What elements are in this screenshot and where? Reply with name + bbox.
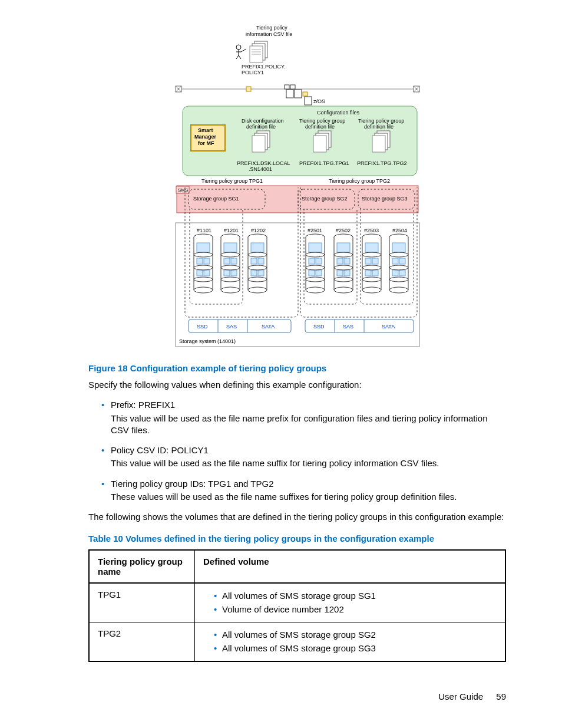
svg-point-43 bbox=[194, 287, 213, 293]
svg-point-95 bbox=[334, 287, 353, 293]
d-label: Smart bbox=[198, 127, 213, 133]
d-label: #2504 bbox=[392, 228, 407, 233]
svg-rect-60 bbox=[224, 270, 230, 276]
svg-point-108 bbox=[362, 287, 381, 293]
cell-list-item: All volumes of SMS storage group SG3 bbox=[214, 642, 497, 655]
svg-rect-18 bbox=[295, 90, 302, 98]
footer-guide: User Guide bbox=[438, 691, 483, 701]
svg-rect-87 bbox=[316, 270, 322, 276]
svg-point-69 bbox=[248, 287, 267, 293]
svg-rect-74 bbox=[258, 270, 264, 276]
svg-rect-57 bbox=[224, 243, 237, 252]
svg-rect-44 bbox=[197, 243, 210, 252]
svg-rect-19 bbox=[303, 92, 308, 96]
list-item-sub: These values will be used as the file na… bbox=[111, 491, 506, 503]
d-label: .SN14001 bbox=[249, 166, 272, 172]
d-label: Storage group SG3 bbox=[362, 196, 408, 202]
svg-rect-61 bbox=[231, 270, 237, 276]
svg-rect-29 bbox=[313, 136, 326, 152]
d-label: information CSV file bbox=[246, 31, 293, 37]
d-label: Storage group SG1 bbox=[193, 196, 239, 202]
d-label: POLICY1 bbox=[242, 70, 264, 75]
cell-volumes: All volumes of SMS storage group SG2 All… bbox=[195, 622, 506, 662]
d-label: #2501 bbox=[308, 228, 322, 233]
table-row: TPG1 All volumes of SMS storage group SG… bbox=[89, 583, 505, 622]
svg-rect-59 bbox=[231, 258, 237, 264]
svg-rect-126 bbox=[399, 270, 405, 276]
svg-rect-112 bbox=[365, 270, 371, 276]
cell-name: TPG1 bbox=[89, 583, 195, 622]
table-caption: Table 10 Volumes defined in the tiering … bbox=[88, 533, 506, 543]
list-item: Tiering policy group IDs: TPG1 and TPG2 … bbox=[101, 478, 506, 503]
svg-point-82 bbox=[306, 287, 325, 293]
svg-rect-20 bbox=[305, 97, 312, 105]
d-label: PREFIX1.TPG.TPG1 bbox=[299, 160, 349, 166]
svg-rect-70 bbox=[251, 243, 264, 252]
svg-rect-100 bbox=[344, 270, 350, 276]
page-footer: User Guide 59 bbox=[88, 691, 506, 701]
svg-rect-98 bbox=[344, 258, 350, 264]
svg-rect-17 bbox=[286, 90, 293, 98]
d-label: SATA bbox=[382, 324, 395, 330]
list-item-head: Policy CSV ID: POLICY1 bbox=[111, 445, 209, 455]
table-row: TPG2 All volumes of SMS storage group SG… bbox=[89, 622, 505, 662]
d-label: for MF bbox=[198, 140, 214, 146]
list-item: Policy CSV ID: POLICY1 This value will b… bbox=[101, 444, 506, 470]
svg-rect-96 bbox=[337, 243, 350, 252]
figure-diagram: Tiering policy information CSV file PREF… bbox=[88, 24, 506, 353]
d-label: Tiering policy group TPG1 bbox=[201, 178, 263, 184]
config-values-list: Prefix: PREFIX1 This value will be used … bbox=[88, 399, 506, 503]
d-label: Tiering policy group bbox=[299, 118, 345, 124]
person-icon bbox=[236, 45, 246, 59]
list-item-sub: This value will be used as the file name… bbox=[111, 413, 506, 437]
cell-name: TPG2 bbox=[89, 622, 195, 662]
d-label: Storage group SG2 bbox=[302, 196, 348, 202]
list-item-head: Tiering policy group IDs: TPG1 and TPG2 bbox=[111, 479, 274, 489]
svg-rect-122 bbox=[392, 243, 405, 252]
d-label: Configuration files bbox=[317, 110, 360, 116]
svg-point-121 bbox=[389, 287, 408, 293]
svg-rect-109 bbox=[365, 243, 378, 252]
svg-rect-73 bbox=[251, 270, 257, 276]
d-label: #1201 bbox=[224, 228, 239, 233]
d-label: Storage system (14001) bbox=[179, 338, 236, 344]
between-paragraph: The following shows the volumes that are… bbox=[88, 511, 506, 523]
svg-rect-84 bbox=[309, 258, 315, 264]
d-label: SSD bbox=[197, 324, 208, 330]
table-header: Defined volume bbox=[195, 550, 506, 583]
svg-rect-14 bbox=[246, 87, 251, 91]
svg-rect-46 bbox=[204, 258, 210, 264]
d-label: SSD bbox=[313, 324, 325, 330]
d-label: Manager bbox=[194, 134, 217, 140]
figure-caption: Figure 18 Configuration example of tieri… bbox=[88, 363, 506, 373]
d-label: PREFIX1.TPG.TPG2 bbox=[357, 160, 407, 166]
d-label: SATA bbox=[262, 324, 275, 330]
d-label: #2502 bbox=[336, 228, 351, 233]
list-item: Prefix: PREFIX1 This value will be used … bbox=[101, 399, 506, 436]
svg-rect-99 bbox=[337, 270, 343, 276]
d-label: definition file bbox=[364, 124, 394, 130]
d-label: #1101 bbox=[197, 228, 211, 233]
svg-rect-32 bbox=[372, 136, 385, 152]
svg-rect-113 bbox=[372, 270, 378, 276]
svg-rect-71 bbox=[251, 258, 257, 264]
svg-rect-16 bbox=[290, 85, 295, 89]
volumes-table: Tiering policy group name Defined volume… bbox=[88, 549, 506, 662]
svg-rect-124 bbox=[399, 258, 405, 264]
table-header: Tiering policy group name bbox=[89, 550, 195, 583]
svg-rect-15 bbox=[285, 85, 289, 89]
d-label: z/OS bbox=[313, 98, 325, 104]
d-label: PREFIX1.DSK.LOCAL bbox=[237, 160, 290, 166]
cell-volumes: All volumes of SMS storage group SG1 Vol… bbox=[195, 583, 506, 622]
svg-rect-110 bbox=[365, 258, 371, 264]
svg-rect-86 bbox=[309, 270, 315, 276]
d-label: definition file bbox=[305, 124, 335, 130]
cell-list-item: All volumes of SMS storage group SG1 bbox=[214, 589, 497, 603]
cell-list-item: All volumes of SMS storage group SG2 bbox=[214, 628, 497, 642]
svg-rect-97 bbox=[337, 258, 343, 264]
svg-rect-48 bbox=[204, 270, 210, 276]
intro-paragraph: Specify the following values when defini… bbox=[88, 379, 506, 391]
d-label: SAS bbox=[343, 324, 353, 330]
svg-rect-123 bbox=[392, 258, 398, 264]
d-label: #2503 bbox=[364, 228, 379, 233]
